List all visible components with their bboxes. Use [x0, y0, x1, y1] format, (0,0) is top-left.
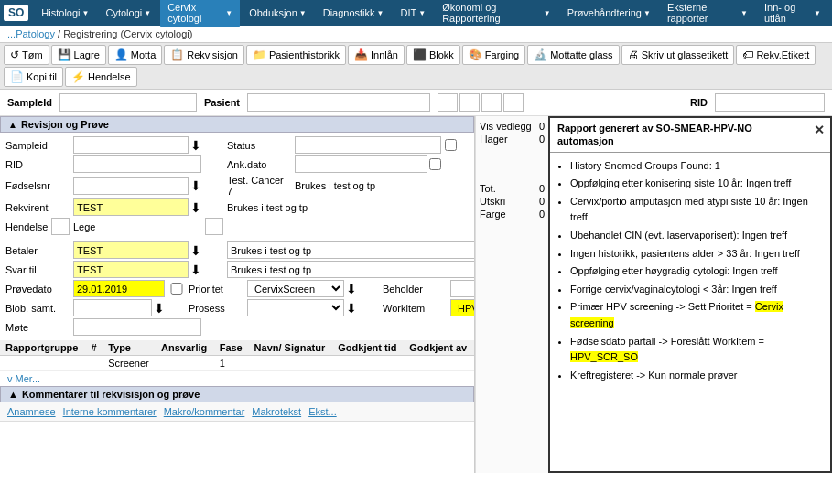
list-item: History Snomed Groups Found: 1: [570, 158, 823, 175]
hendelse-input[interactable]: [51, 218, 70, 235]
beholder-input[interactable]: [450, 280, 475, 297]
blokk-button[interactable]: ⬛ Blokk: [406, 45, 460, 65]
skriv-ut-glassetikett-button[interactable]: 🖨 Skriv ut glassetikett: [621, 45, 735, 65]
type-cell: Screener: [103, 356, 156, 371]
i-lager-row: I lager 0: [480, 133, 545, 145]
nav-provehåndtering[interactable]: Prøvehåndtering ▼: [560, 4, 658, 22]
status-input[interactable]: [295, 136, 441, 154]
col-fase: Fase: [214, 340, 249, 356]
ekst-tab[interactable]: Ekst...: [308, 406, 337, 417]
biob-samt-input[interactable]: [73, 299, 152, 316]
box3: [481, 93, 502, 112]
betaler-dropdown-icon[interactable]: ⬇: [190, 243, 201, 258]
sampleid-dropdown-icon[interactable]: ⬇: [190, 138, 201, 153]
nav-inn-utlan[interactable]: Inn- og utlån ▼: [757, 0, 828, 27]
nav-histologi[interactable]: Histologi ▼: [34, 4, 96, 22]
rekvirent-label: Rekvirent: [5, 202, 70, 213]
prioritet-select[interactable]: CervixScreen: [247, 280, 344, 297]
motta-button[interactable]: 👤 Motta: [108, 45, 163, 65]
rekvirent-input[interactable]: [73, 198, 189, 216]
list-item: Oppfølging etter høygradig cytologi: Ing…: [570, 263, 823, 280]
nav-cytologi[interactable]: Cytologi ▼: [98, 4, 158, 22]
tot-row: Tot. 0: [480, 182, 545, 195]
status-checkbox[interactable]: [445, 139, 457, 151]
revisjon-section-header[interactable]: ▲ Revisjon og Prøve: [0, 116, 474, 133]
tot-value: 0: [539, 183, 545, 194]
mote-label: Møte: [5, 322, 70, 333]
provedato-input[interactable]: [73, 280, 165, 297]
ank-dato-checkbox[interactable]: [429, 158, 441, 170]
pasient-input[interactable]: [247, 93, 430, 112]
provedato-checkbox[interactable]: [168, 283, 185, 295]
hendelse-button[interactable]: ⚡ Hendelse: [65, 67, 136, 87]
svar-til-dropdown-icon[interactable]: ⬇: [190, 263, 201, 277]
col-navn: Navn/ Signatur: [249, 340, 333, 356]
table-row: Screener 1: [0, 356, 474, 371]
rekvirent-dropdown-icon[interactable]: ⬇: [190, 200, 201, 215]
mote-input[interactable]: [73, 318, 201, 336]
rid-form-input[interactable]: [73, 155, 201, 173]
kopi-til-button[interactable]: 📄 Kopi til: [4, 67, 63, 87]
farging-button[interactable]: 🎨 Farging: [462, 45, 525, 65]
farge-label: Farge: [480, 209, 506, 220]
toolbar: ↺ Tøm 💾 Lagre 👤 Motta 📋 Rekvisisjon 📁 Pa…: [0, 43, 832, 90]
biob-samt-label: Biob. samt.: [5, 303, 70, 314]
nav-diagnostikk[interactable]: Diagnostikk ▼: [316, 4, 392, 22]
mottatte-glass-button[interactable]: 🔬 Mottatte glass: [527, 45, 619, 65]
betaler-input[interactable]: [73, 241, 189, 259]
provedato-label: Prøvedato: [5, 284, 70, 295]
nav-cervix-cytologi[interactable]: Cervix cytologi ▼: [160, 0, 240, 27]
sampleid-input[interactable]: [59, 93, 197, 112]
breadcrumb: ...Patology / Registrering (Cervix cytol…: [0, 26, 832, 43]
lege-input[interactable]: [205, 218, 223, 235]
pasienthistorikk-button[interactable]: 📁 Pasienthistorikk: [246, 45, 346, 65]
workitem-select[interactable]: HPV_SCR_SO: [450, 299, 475, 316]
nav-eksterne[interactable]: Eksterne rapporter ▼: [660, 0, 755, 27]
breadcrumb-current: Registrering (Cervix cytologi): [63, 28, 192, 39]
motta-icon: 👤: [114, 48, 128, 61]
report-panel: Rapport generert av SO-SMEAR-HPV-NO auto…: [548, 116, 832, 473]
box1: [438, 93, 458, 112]
nav-histologi-arrow: ▼: [82, 9, 90, 17]
makro-kommentar-tab[interactable]: Makro/kommentar: [164, 406, 245, 417]
prosess-select[interactable]: [247, 299, 344, 316]
betaler-label: Betaler: [5, 245, 70, 256]
rekv-etikett-button[interactable]: 🏷 Rekv.Etikett: [736, 45, 816, 65]
tom-button[interactable]: ↺ Tøm: [4, 45, 49, 65]
nav-cervix-arrow: ▼: [225, 9, 232, 17]
sampleid-label: SampleId: [7, 97, 52, 108]
utskri-value: 0: [539, 196, 545, 207]
makrotekst-tab[interactable]: Makrotekst: [252, 406, 301, 417]
rid-input[interactable]: [715, 93, 825, 112]
beholder-label: Beholder: [383, 284, 447, 295]
breadcrumb-parent[interactable]: ...Patology: [7, 28, 55, 39]
anamnese-tab[interactable]: Anamnese: [7, 406, 56, 417]
prosess-label: Prosess: [189, 303, 243, 314]
fodselsnr-input[interactable]: [73, 177, 189, 195]
kommentarer-section-header[interactable]: ▲ Kommentarer til rekvisisjon og prøve: [0, 386, 474, 402]
sampleid-boxes: [438, 93, 524, 112]
vis-vedlegg-row: Vis vedlegg 0: [480, 120, 545, 133]
interne-kommentarer-tab[interactable]: Interne kommentarer: [63, 406, 157, 417]
lege-label: Lege: [73, 221, 201, 232]
betaler-test-input[interactable]: [227, 241, 475, 259]
anamnese-tabs: Anamnese Interne kommentarer Makro/komme…: [0, 402, 474, 422]
nav-dit[interactable]: DIT ▼: [393, 4, 433, 22]
innlan-button[interactable]: 📥 Innlån: [348, 45, 405, 65]
report-close-button[interactable]: ✕: [814, 122, 825, 138]
ank-dato-input[interactable]: [295, 155, 427, 173]
sampleid-form-input[interactable]: [73, 136, 189, 154]
svar-til-test-input[interactable]: [227, 261, 475, 278]
highlight-hpv-scr-so: HPV_SCR_SO: [570, 351, 638, 362]
nav-obduksjon[interactable]: Obduksjon ▼: [242, 4, 314, 22]
prioritet-dropdown-icon[interactable]: ⬇: [346, 282, 357, 296]
lagre-button[interactable]: 💾 Lagre: [51, 45, 106, 65]
mer-link[interactable]: v Mer...: [0, 371, 474, 386]
biob-samt-dropdown-icon[interactable]: ⬇: [154, 301, 165, 316]
prosess-dropdown-icon[interactable]: ⬇: [346, 301, 357, 316]
fodselsnr-dropdown-icon[interactable]: ⬇: [190, 178, 201, 193]
nav-okonomi[interactable]: Økonomi og Rapportering ▼: [435, 0, 558, 27]
svar-til-input[interactable]: [73, 261, 189, 278]
blokk-icon: ⬛: [413, 48, 427, 61]
rekvisisjon-button[interactable]: 📋 Rekvisisjon: [164, 45, 244, 65]
